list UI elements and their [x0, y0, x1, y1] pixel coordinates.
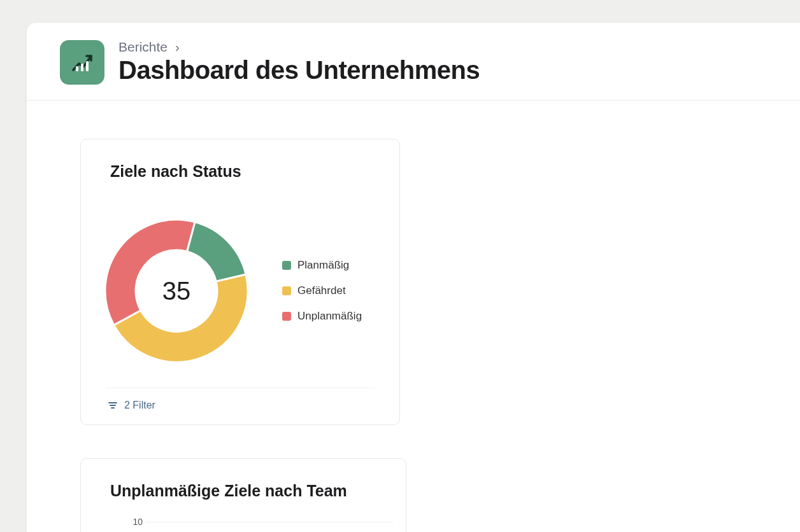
- header-text: Berichte › Dashboard des Unternehmens: [118, 39, 480, 85]
- y-axis-label: Anzahl der Ziele: [103, 513, 115, 532]
- y-tick: 10: [126, 517, 143, 527]
- filter-label: 2 Filter: [124, 400, 155, 411]
- card-team-bars: Unplanmäßige Ziele nach Team Anzahl der …: [80, 458, 406, 532]
- legend-label: Gefährdet: [297, 284, 346, 297]
- card-title: Ziele nach Status: [81, 139, 399, 188]
- chevron-right-icon: ›: [175, 39, 180, 54]
- legend-swatch: [282, 261, 291, 270]
- analytics-icon: [60, 40, 104, 85]
- card-status-donut: Ziele nach Status 35 PlanmäßigGefährdetU…: [80, 139, 400, 425]
- page-title: Dashboard des Unternehmens: [118, 56, 480, 85]
- app-window: Berichte › Dashboard des Unternehmens Zi…: [27, 23, 800, 532]
- donut-legend: PlanmäßigGefährdetUnplanmäßig: [282, 259, 362, 323]
- donut-center-value: 35: [162, 276, 191, 305]
- legend-label: Unplanmäßig: [297, 310, 362, 323]
- content-area: Ziele nach Status 35 PlanmäßigGefährdetU…: [27, 101, 800, 532]
- legend-item: Unplanmäßig: [282, 310, 362, 323]
- bar-canvas: 0510 VertriebEntwicklungDesignIT: [115, 513, 393, 532]
- card-title: Unplanmäßige Ziele nach Team: [81, 459, 406, 508]
- legend-swatch: [282, 312, 291, 321]
- legend-item: Gefährdet: [282, 284, 362, 297]
- filter-icon: [108, 400, 118, 410]
- svg-rect-1: [81, 64, 83, 71]
- legend-item: Planmäßig: [282, 259, 362, 272]
- card-footer: 2 Filter: [105, 388, 375, 424]
- filter-badge[interactable]: 2 Filter: [108, 400, 155, 411]
- donut-slice: [187, 221, 246, 281]
- donut-chart-area: 35 PlanmäßigGefährdetUnplanmäßig: [81, 188, 399, 388]
- donut-slice: [105, 220, 195, 325]
- svg-rect-0: [76, 66, 78, 71]
- breadcrumb[interactable]: Berichte ›: [118, 39, 480, 55]
- breadcrumb-parent[interactable]: Berichte: [118, 39, 168, 54]
- svg-rect-2: [86, 61, 89, 71]
- legend-label: Planmäßig: [297, 259, 349, 272]
- page-header: Berichte › Dashboard des Unternehmens: [27, 23, 800, 101]
- bars-container: [145, 522, 393, 532]
- legend-swatch: [282, 286, 291, 295]
- bar-chart-area: Anzahl der Ziele 0510 VertriebEntwicklun…: [81, 508, 406, 532]
- donut-chart: 35: [103, 217, 250, 365]
